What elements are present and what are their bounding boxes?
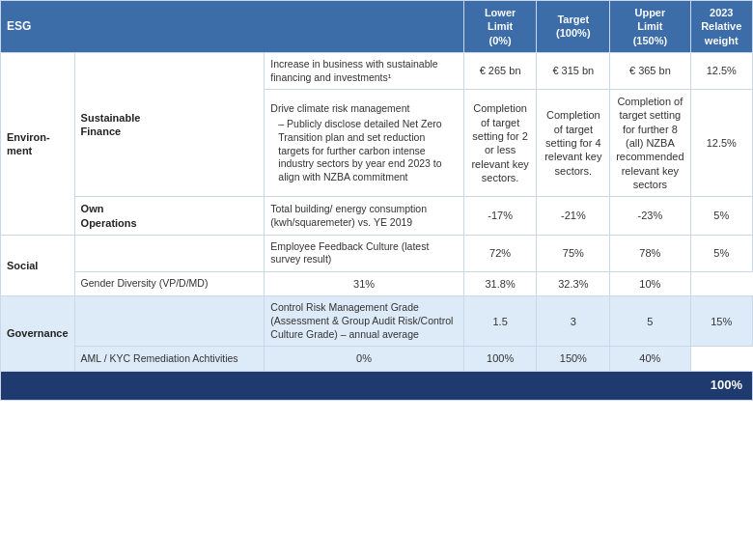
description-cell: AML / KYC Remediation Achtivities bbox=[74, 347, 265, 371]
description-cell: Total building/ energy consumption (kwh/… bbox=[265, 197, 463, 236]
weight-cell: 15% bbox=[690, 296, 752, 347]
upper-cell: 32.3% bbox=[537, 272, 610, 296]
table-row: GovernanceControl Risk Management Grade … bbox=[1, 296, 753, 347]
category-cell: Environ- ment bbox=[1, 52, 75, 235]
upper-cell: 5 bbox=[610, 296, 690, 347]
category-cell: Social bbox=[1, 235, 75, 296]
weight-cell: 40% bbox=[610, 347, 690, 371]
upper-cell: 78% bbox=[610, 235, 690, 271]
lower-cell: 0% bbox=[265, 347, 463, 371]
lower-cell: Completion of target setting for 2 or le… bbox=[463, 90, 537, 197]
target-cell: 75% bbox=[537, 235, 610, 271]
weight-cell: 12.5% bbox=[690, 52, 752, 89]
total-row: 100% bbox=[1, 371, 753, 400]
description-cell: Increase in business with sustainable fi… bbox=[265, 52, 463, 89]
weight-cell: 12.5% bbox=[690, 90, 752, 197]
lower-cell: 31% bbox=[265, 272, 463, 296]
subcategory-cell: Sustainable Finance bbox=[74, 52, 265, 196]
target-cell: Completion of target setting for 4 relev… bbox=[537, 90, 610, 197]
table-row: AML / KYC Remediation Achtivities0%100%1… bbox=[1, 347, 753, 371]
target-cell: -21% bbox=[537, 197, 610, 236]
weight-cell: 10% bbox=[610, 272, 690, 296]
table-row: Own OperationsTotal building/ energy con… bbox=[1, 197, 753, 236]
subcategory-cell: Own Operations bbox=[74, 197, 265, 236]
table-header: ESG Lower Limit (0%) Target (100%) Upper… bbox=[1, 1, 753, 53]
table-row: Environ- mentSustainable FinanceIncrease… bbox=[1, 52, 753, 89]
target-header: Target (100%) bbox=[537, 1, 610, 53]
table-row: Gender Diversity (VP/D/MD)31%31.8%32.3%1… bbox=[1, 272, 753, 296]
subcategory-cell-empty bbox=[74, 296, 265, 347]
target-cell: 3 bbox=[537, 296, 610, 347]
lower-cell: 1.5 bbox=[463, 296, 537, 347]
description-cell: Gender Diversity (VP/D/MD) bbox=[74, 272, 265, 296]
description-cell: Control Risk Management Grade (Assessmen… bbox=[265, 296, 463, 347]
target-cell: 31.8% bbox=[463, 272, 537, 296]
esg-table: ESG Lower Limit (0%) Target (100%) Upper… bbox=[0, 0, 753, 401]
description-cell: Drive climate risk managementPublicly di… bbox=[265, 90, 463, 197]
table-row: SocialEmployee Feedback Culture (latest … bbox=[1, 235, 753, 271]
upper-cell: -23% bbox=[610, 197, 690, 236]
esg-header-label: ESG bbox=[1, 1, 464, 53]
subcategory-cell-empty bbox=[74, 235, 265, 271]
lower-limit-header: Lower Limit (0%) bbox=[463, 1, 537, 53]
upper-cell: € 365 bn bbox=[610, 52, 690, 89]
weight-cell: 5% bbox=[690, 235, 752, 271]
total-cell: 100% bbox=[1, 371, 753, 400]
lower-cell: 72% bbox=[463, 235, 537, 271]
lower-cell: -17% bbox=[463, 197, 537, 236]
upper-cell: 150% bbox=[537, 347, 610, 371]
upper-cell: Completion of target setting for further… bbox=[610, 90, 690, 197]
description-cell: Employee Feedback Culture (latest survey… bbox=[265, 235, 463, 271]
relative-weight-header: 2023 Relative weight bbox=[690, 1, 752, 53]
upper-limit-header: Upper Limit (150%) bbox=[610, 1, 690, 53]
category-cell: Governance bbox=[1, 296, 75, 371]
weight-cell: 5% bbox=[690, 197, 752, 236]
target-cell: € 315 bn bbox=[537, 52, 610, 89]
target-cell: 100% bbox=[463, 347, 537, 371]
lower-cell: € 265 bn bbox=[463, 52, 537, 89]
